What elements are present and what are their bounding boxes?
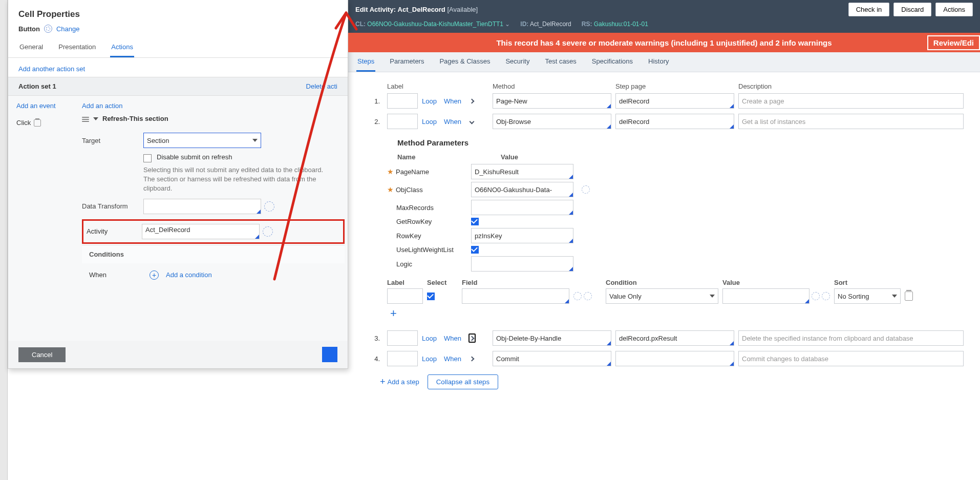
param-value-input[interactable]: O66NO0-Gakushuu-Data- bbox=[471, 182, 573, 197]
param-row: GetRowKey bbox=[387, 218, 969, 225]
param-name: MaxRecords bbox=[396, 204, 434, 212]
param-value-input[interactable]: pzInsKey bbox=[471, 228, 573, 243]
trash-icon[interactable] bbox=[34, 119, 41, 127]
when-link[interactable]: When bbox=[444, 118, 461, 126]
add-condition-link[interactable]: Add a condition bbox=[166, 271, 212, 279]
availability: [Available] bbox=[447, 6, 478, 13]
add-event-link[interactable]: Add an event bbox=[16, 102, 72, 110]
param-row: RowKeypzInsKey bbox=[387, 228, 969, 243]
loop-link[interactable]: Loop bbox=[422, 355, 437, 363]
step-number: 2. bbox=[359, 118, 383, 126]
activity-input[interactable]: Act_DelRecord bbox=[142, 224, 260, 239]
tab-history[interactable]: History bbox=[647, 52, 670, 72]
when-link[interactable]: When bbox=[444, 97, 461, 105]
action-set-label: Action set 1 bbox=[18, 82, 56, 90]
trash-icon[interactable] bbox=[905, 291, 913, 301]
required-star-icon: ★ bbox=[387, 185, 394, 194]
gear-icon[interactable] bbox=[582, 185, 590, 194]
chevron-down-icon[interactable] bbox=[470, 119, 475, 124]
chevron-right-icon[interactable] bbox=[470, 98, 475, 103]
edit-prefix: Edit Activity: bbox=[355, 6, 396, 13]
delete-action-set-link[interactable]: Delete acti bbox=[306, 82, 337, 90]
actions-button[interactable]: Actions bbox=[935, 3, 973, 16]
target-select[interactable]: Section bbox=[143, 133, 261, 148]
method-input[interactable]: Commit bbox=[493, 351, 611, 366]
gear-icon[interactable] bbox=[812, 292, 820, 300]
add-action-link[interactable]: Add an action bbox=[82, 102, 345, 110]
review-button[interactable]: Review/Edi bbox=[927, 35, 980, 50]
plus-circle-icon[interactable]: + bbox=[150, 270, 159, 280]
param-name: PageName bbox=[396, 168, 429, 176]
description-input[interactable]: Create a page bbox=[738, 93, 964, 109]
add-action-set-link[interactable]: Add another action set bbox=[8, 58, 348, 77]
tab-parameters[interactable]: Parameters bbox=[389, 52, 425, 72]
logic-value-input[interactable] bbox=[722, 288, 809, 304]
gear-icon[interactable] bbox=[573, 292, 582, 300]
caret-down-icon[interactable] bbox=[93, 117, 98, 120]
step-label-input[interactable] bbox=[387, 114, 418, 129]
checkin-button[interactable]: Check in bbox=[848, 3, 890, 16]
loop-link[interactable]: Loop bbox=[422, 97, 437, 105]
chevron-right-icon[interactable] bbox=[470, 356, 475, 361]
description-input[interactable]: Commit changes to database bbox=[738, 351, 964, 366]
disable-submit-checkbox[interactable] bbox=[143, 154, 152, 162]
param-checkbox[interactable] bbox=[471, 218, 479, 225]
param-value-input[interactable]: D_KishuResult bbox=[471, 164, 573, 179]
page-input[interactable]: delRecord bbox=[615, 93, 734, 109]
change-link[interactable]: Change bbox=[56, 25, 80, 33]
logic-sort-select[interactable]: No Sorting bbox=[834, 288, 901, 304]
class-value[interactable]: O66NO0-Gakushuu-Data-KishuMaster_TienDTT… bbox=[367, 20, 503, 28]
cancel-button[interactable]: Cancel bbox=[18, 347, 66, 362]
param-checkbox[interactable] bbox=[471, 246, 479, 254]
add-step-link[interactable]: +Add a step bbox=[380, 377, 419, 387]
add-logic-row-icon[interactable]: + bbox=[390, 307, 969, 320]
loop-link[interactable]: Loop bbox=[422, 118, 437, 126]
description-input[interactable]: Get a list of instances bbox=[738, 114, 964, 129]
event-item[interactable]: Click bbox=[16, 119, 72, 127]
tab-presentation[interactable]: Presentation bbox=[57, 39, 97, 57]
page-input[interactable] bbox=[615, 351, 734, 366]
rule-tabs: Steps Parameters Pages & Classes Securit… bbox=[348, 52, 980, 72]
step-label-input[interactable] bbox=[387, 330, 418, 346]
description-input[interactable]: Delete the specified instance from clipb… bbox=[738, 330, 964, 346]
drag-icon[interactable] bbox=[82, 116, 89, 122]
target-picker-icon[interactable] bbox=[263, 226, 273, 237]
expand-box-icon[interactable] bbox=[468, 333, 476, 343]
tab-specs[interactable]: Specifications bbox=[591, 52, 634, 72]
page-input[interactable]: delRecord bbox=[615, 114, 734, 129]
tab-steps[interactable]: Steps bbox=[356, 52, 375, 72]
ruleset-value[interactable]: Gakushuu:01-01-01 bbox=[594, 20, 648, 28]
param-value-input[interactable] bbox=[471, 256, 573, 272]
submit-button[interactable] bbox=[322, 347, 337, 362]
collapse-steps-button[interactable]: Collapse all steps bbox=[428, 374, 498, 389]
tab-testcases[interactable]: Test cases bbox=[544, 52, 577, 72]
logic-condition-select[interactable]: Value Only bbox=[606, 288, 718, 304]
logic-label-input[interactable] bbox=[387, 288, 423, 304]
param-name: Logic bbox=[396, 260, 412, 268]
method-input[interactable]: Obj-Browse bbox=[493, 114, 611, 129]
page-input[interactable]: delRecord.pxResult bbox=[615, 330, 734, 346]
tab-actions[interactable]: Actions bbox=[110, 39, 134, 57]
when-link[interactable]: When bbox=[444, 335, 461, 342]
target-picker-icon[interactable] bbox=[264, 201, 274, 212]
step-label-input[interactable] bbox=[387, 93, 418, 109]
gear-icon[interactable] bbox=[584, 292, 592, 300]
logic-select-checkbox[interactable] bbox=[427, 293, 435, 300]
logic-field-input[interactable] bbox=[462, 288, 569, 304]
loop-link[interactable]: Loop bbox=[422, 335, 437, 342]
method-input[interactable]: Page-New bbox=[493, 93, 611, 109]
param-value-input[interactable] bbox=[471, 200, 573, 215]
step-number: 1. bbox=[359, 97, 383, 105]
when-link[interactable]: When bbox=[444, 355, 461, 363]
tab-pages[interactable]: Pages & Classes bbox=[438, 52, 491, 72]
gear-icon[interactable] bbox=[822, 292, 830, 300]
discard-button[interactable]: Discard bbox=[893, 3, 931, 16]
tab-general[interactable]: General bbox=[18, 39, 44, 57]
tab-security[interactable]: Security bbox=[504, 52, 530, 72]
cell-properties-dialog: Cell Properties Button Change General Pr… bbox=[8, 0, 348, 369]
id-value: Act_DelRecord bbox=[530, 20, 571, 28]
method-input[interactable]: Obj-Delete-By-Handle bbox=[493, 330, 611, 346]
step-number: 4. bbox=[359, 355, 383, 363]
step-label-input[interactable] bbox=[387, 351, 418, 366]
data-transform-input[interactable] bbox=[143, 199, 261, 214]
